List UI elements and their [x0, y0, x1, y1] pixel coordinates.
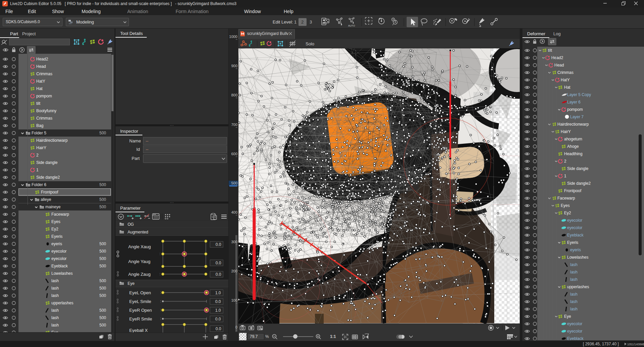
svg-text:Solo: Solo: [306, 41, 314, 46]
svg-text:AUTO: AUTO: [348, 24, 355, 27]
